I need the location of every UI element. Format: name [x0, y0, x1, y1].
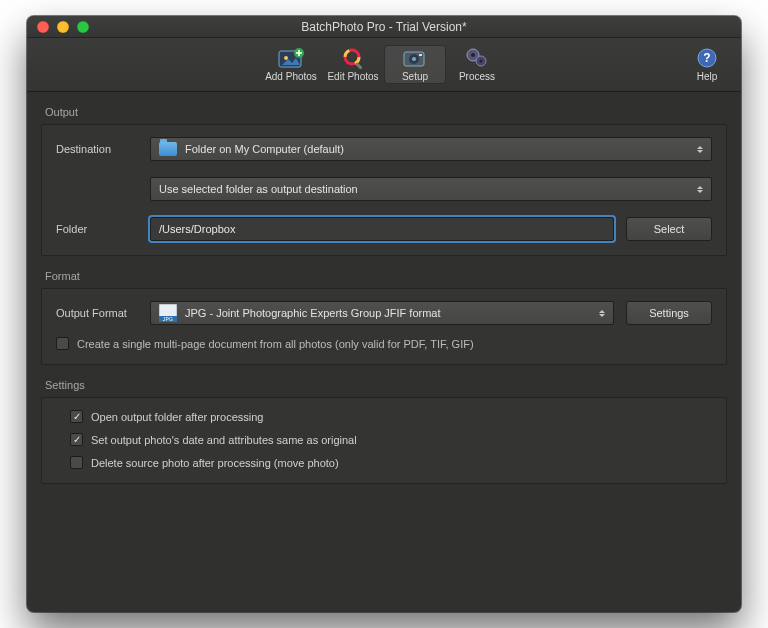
tab-label: Add Photos: [265, 71, 317, 82]
tab-add-photos[interactable]: Add Photos: [260, 45, 322, 84]
window-title: BatchPhoto Pro - Trial Version*: [27, 20, 741, 34]
settings-panel: Open output folder after processing Set …: [41, 397, 727, 484]
strategy-value: Use selected folder as output destinatio…: [159, 183, 358, 195]
output-strategy-select[interactable]: Use selected folder as output destinatio…: [150, 177, 712, 201]
tab-label: Edit Photos: [327, 71, 378, 82]
close-icon[interactable]: [37, 21, 49, 33]
app-window: BatchPhoto Pro - Trial Version* Add Phot…: [27, 16, 741, 612]
tab-label: Setup: [402, 71, 428, 82]
add-photos-icon: [277, 47, 305, 69]
delete-source-label: Delete source photo after processing (mo…: [91, 457, 339, 469]
same-date-label: Set output photo's date and attributes s…: [91, 434, 357, 446]
multipage-checkbox[interactable]: [56, 337, 69, 350]
format-settings-button[interactable]: Settings: [626, 301, 712, 325]
zoom-icon[interactable]: [77, 21, 89, 33]
svg-point-12: [471, 53, 475, 57]
same-date-checkbox[interactable]: [70, 433, 83, 446]
section-output-label: Output: [41, 92, 727, 124]
chevron-updown-icon: [697, 146, 703, 153]
window-controls: [37, 21, 89, 33]
folder-label: Folder: [56, 223, 150, 235]
svg-point-13: [480, 60, 483, 63]
tab-process[interactable]: Process: [446, 45, 508, 84]
minimize-icon[interactable]: [57, 21, 69, 33]
delete-source-checkbox[interactable]: [70, 456, 83, 469]
chevron-updown-icon: [599, 310, 605, 317]
svg-point-1: [284, 56, 288, 60]
process-icon: [463, 47, 491, 69]
content: Output Destination Folder on My Computer…: [27, 92, 741, 494]
toolbar-group: Add Photos Edit Photos: [260, 45, 508, 84]
titlebar: BatchPhoto Pro - Trial Version*: [27, 16, 741, 38]
section-format-label: Format: [41, 256, 727, 288]
format-panel: Output Format JPG - Joint Photographic E…: [41, 288, 727, 365]
help-button[interactable]: ? Help: [687, 47, 727, 82]
svg-point-8: [412, 57, 416, 61]
tab-edit-photos[interactable]: Edit Photos: [322, 45, 384, 84]
output-panel: Destination Folder on My Computer (defau…: [41, 124, 727, 256]
help-label: Help: [697, 71, 718, 82]
output-format-label: Output Format: [56, 307, 150, 319]
svg-rect-9: [419, 54, 422, 56]
folder-icon: [159, 142, 177, 156]
jpg-icon: [159, 304, 177, 322]
multipage-label: Create a single multi-page document from…: [77, 338, 474, 350]
output-format-select[interactable]: JPG - Joint Photographic Experts Group J…: [150, 301, 614, 325]
destination-value: Folder on My Computer (default): [185, 143, 344, 155]
svg-rect-5: [355, 62, 363, 69]
open-after-checkbox[interactable]: [70, 410, 83, 423]
svg-text:?: ?: [703, 51, 710, 65]
output-format-value: JPG - Joint Photographic Experts Group J…: [185, 307, 441, 319]
select-folder-button[interactable]: Select: [626, 217, 712, 241]
help-icon: ?: [693, 47, 721, 69]
section-settings-label: Settings: [41, 365, 727, 397]
folder-path-input[interactable]: [150, 217, 614, 241]
toolbar: Add Photos Edit Photos: [27, 38, 741, 92]
destination-label: Destination: [56, 143, 150, 155]
destination-select[interactable]: Folder on My Computer (default): [150, 137, 712, 161]
tab-setup[interactable]: Setup: [384, 45, 446, 84]
chevron-updown-icon: [697, 186, 703, 193]
setup-icon: [401, 47, 429, 69]
tab-label: Process: [459, 71, 495, 82]
edit-photos-icon: [339, 47, 367, 69]
open-after-label: Open output folder after processing: [91, 411, 263, 423]
